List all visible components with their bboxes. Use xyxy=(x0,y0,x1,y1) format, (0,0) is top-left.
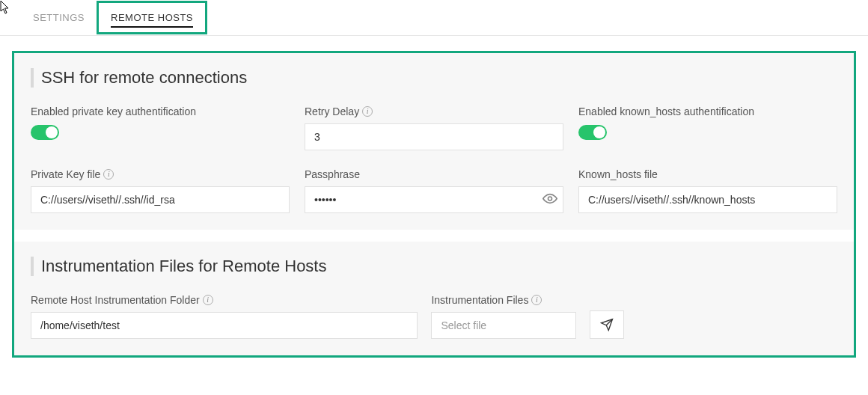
enabled-kh-toggle[interactable] xyxy=(578,125,607,140)
tab-remote-hosts[interactable]: REMOTE HOSTS xyxy=(97,1,207,34)
enabled-kh-label: Enabled known_hosts authentification xyxy=(578,105,837,117)
enabled-pk-label: Enabled private key authentification xyxy=(31,105,290,117)
eye-icon[interactable] xyxy=(542,192,557,209)
info-icon[interactable]: i xyxy=(531,295,542,305)
known-hosts-input[interactable] xyxy=(578,186,837,213)
instr-folder-label: Remote Host Instrumentation Folder i xyxy=(31,294,418,306)
instr-files-label: Instrumentation Files i xyxy=(431,294,576,306)
remote-hosts-panel: SSH for remote connections Enabled priva… xyxy=(12,51,856,358)
retry-delay-input[interactable] xyxy=(305,123,563,150)
retry-delay-label: Retry Delay i xyxy=(305,105,563,117)
svg-point-0 xyxy=(548,197,552,200)
enabled-pk-toggle[interactable] xyxy=(31,125,59,140)
instrumentation-section-title: Instrumentation Files for Remote Hosts xyxy=(31,257,837,276)
instr-files-input[interactable] xyxy=(431,312,576,339)
passphrase-label: Passphrase xyxy=(305,168,563,180)
send-icon xyxy=(600,318,614,331)
private-key-label: Private Key file i xyxy=(31,168,290,180)
private-key-input[interactable] xyxy=(31,186,290,213)
tab-settings[interactable]: SETTINGS xyxy=(21,3,97,32)
ssh-section: SSH for remote connections Enabled priva… xyxy=(14,53,854,230)
tabs-bar: SETTINGS REMOTE HOSTS xyxy=(0,0,868,36)
send-button[interactable] xyxy=(590,310,624,339)
info-icon[interactable]: i xyxy=(362,106,373,117)
known-hosts-label: Known_hosts file xyxy=(578,168,837,180)
passphrase-input[interactable] xyxy=(305,186,563,213)
ssh-section-title: SSH for remote connections xyxy=(31,68,837,88)
instrumentation-section: Instrumentation Files for Remote Hosts R… xyxy=(14,242,854,355)
info-icon[interactable]: i xyxy=(203,295,213,305)
instr-folder-input[interactable] xyxy=(31,312,418,339)
info-icon[interactable]: i xyxy=(103,169,114,180)
